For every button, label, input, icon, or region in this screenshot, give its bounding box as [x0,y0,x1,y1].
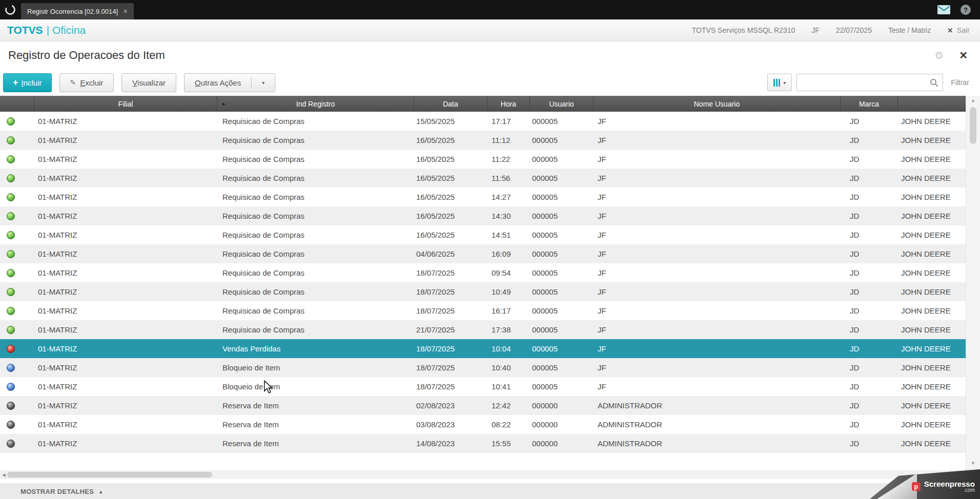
cell-filial: 01-MATRIZ [34,344,217,353]
app-header: TOTVS | Oficina TOTVS Serviços MSSQL R23… [0,19,980,41]
cell-hora: 17:38 [487,325,530,334]
cell-hora: 08:22 [487,420,530,429]
cell-marca: JD [841,174,898,182]
grid-body: 01-MATRIZ Requisicao de Compras 15/05/20… [0,112,966,453]
column-header-data[interactable]: Data [414,96,487,112]
column-header-filial[interactable]: Filial [34,96,217,112]
incluir-button[interactable]: + Incluir [3,73,52,92]
cell-data: 04/06/2025 [414,249,487,258]
cell-status [0,250,34,258]
horizontal-scroll-thumb[interactable] [7,472,212,477]
filtrar-label: Filtrar [951,78,969,87]
cell-marca: JD [841,439,898,448]
outras-acoes-button[interactable]: Outras Ações ▾ [184,73,275,92]
cell-data: 21/07/2025 [414,325,487,334]
status-icon [7,212,15,220]
table-row[interactable]: 01-MATRIZ Requisicao de Compras 16/05/20… [0,188,966,206]
search-input[interactable] [797,78,930,87]
table-row[interactable]: 01-MATRIZ Requisicao de Compras 18/07/20… [0,282,966,301]
cell-marca: JD [841,382,898,391]
cell-ind-registro: Requisicao de Compras [217,249,414,258]
table-row[interactable]: 01-MATRIZ Requisicao de Compras 16/05/20… [0,206,966,225]
branch-label: Teste / Matriz [888,26,931,34]
vertical-scroll-thumb[interactable] [970,107,976,144]
cell-marca-desc: JOHN DEERE [898,193,966,201]
table-row[interactable]: 01-MATRIZ Requisicao de Compras 21/07/20… [0,320,966,339]
table-row[interactable]: 01-MATRIZ Requisicao de Compras 16/05/20… [0,169,966,188]
cell-filial: 01-MATRIZ [34,325,217,334]
cell-status [0,402,34,410]
cell-marca-desc: JOHN DEERE [898,212,966,220]
status-icon [7,231,15,239]
cell-nome-usuario: JF [594,212,841,220]
cell-filial: 01-MATRIZ [34,249,217,258]
cell-filial: 01-MATRIZ [34,363,217,372]
cell-status [0,345,34,353]
column-header-hora[interactable]: Hora [487,96,530,112]
scroll-up-icon[interactable]: ▲ [971,98,975,105]
vertical-scrollbar[interactable]: ▲ ▼ [966,96,980,479]
table-row[interactable]: 01-MATRIZ Requisicao de Compras 16/05/20… [0,225,966,244]
cell-nome-usuario: JF [594,136,841,144]
table-row[interactable]: 01-MATRIZ Requisicao de Compras 16/05/20… [0,131,966,150]
table-row[interactable]: 01-MATRIZ Requisicao de Compras 16/05/20… [0,150,966,169]
scroll-left-icon[interactable]: ◀ [2,472,6,477]
cell-data: 18/07/2025 [414,363,487,372]
cell-marca-desc: JOHN DEERE [898,439,966,448]
column-picker-button[interactable]: ▾ [767,74,792,91]
cell-marca: JD [841,212,898,220]
brand-name: TOTVS [7,24,43,36]
tab-close-icon[interactable]: ✕ [123,8,128,15]
cell-data: 16/05/2025 [414,231,487,239]
status-icon [7,250,15,258]
excluir-button[interactable]: ✎ Excluir [59,73,114,92]
table-row[interactable]: 01-MATRIZ Reserva de Item 03/08/2023 08:… [0,415,966,434]
table-row[interactable]: 01-MATRIZ Bloqueio de Item 18/07/2025 10… [0,358,966,377]
column-header-marca[interactable]: Marca [841,96,898,112]
cell-status [0,383,34,391]
search-icon[interactable] [930,78,938,87]
title-bar: Registro de Operacoes do Item ⚙ ✕ [0,41,980,69]
cell-data: 18/07/2025 [414,306,487,315]
cell-hora: 14:27 [487,193,530,201]
button-divider [251,77,252,88]
mail-icon[interactable] [937,5,950,14]
column-header-ind-registro[interactable]: ▸ Ind Registro [217,96,414,112]
cell-marca-desc: JOHN DEERE [898,249,966,258]
visualizar-button[interactable]: Visualizar [121,73,176,92]
status-icon [7,383,15,391]
cell-marca-desc: JOHN DEERE [898,268,966,277]
table-row[interactable]: 01-MATRIZ Bloqueio de Item 18/07/2025 10… [0,377,966,396]
table-row[interactable]: 01-MATRIZ Vendas Perdidas 18/07/2025 10:… [0,339,966,358]
cell-status [0,212,34,220]
mostrar-detalhes-toggle[interactable]: MOSTRAR DETALHES ▲ [0,484,980,499]
gear-icon[interactable]: ⚙ [934,49,944,61]
cell-hora: 15:55 [487,439,530,448]
cell-usuario: 000005 [530,212,594,220]
column-header-nome-usuario[interactable]: Nome Usuario [594,96,841,112]
table-row[interactable]: 01-MATRIZ Requisicao de Compras 18/07/20… [0,263,966,282]
cell-status [0,364,34,372]
scroll-down-icon[interactable]: ▼ [971,461,975,468]
cell-nome-usuario: ADMINISTRADOR [594,439,841,448]
chevron-down-icon[interactable]: ▾ [262,80,264,86]
close-icon[interactable]: ✕ [959,49,968,61]
cell-status [0,117,34,126]
table-row[interactable]: 01-MATRIZ Requisicao de Compras 18/07/20… [0,301,966,320]
column-header-usuario[interactable]: Usuario [530,96,594,112]
horizontal-scrollbar[interactable]: ◀ ▶ [0,470,966,479]
cell-usuario: 000005 [530,117,594,126]
cell-usuario: 000005 [530,382,594,391]
table-row[interactable]: 01-MATRIZ Requisicao de Compras 15/05/20… [0,112,966,131]
cell-usuario: 000005 [530,174,594,182]
window-tab[interactable]: Registr Ocorrencia [02.9.0014] ✕ [21,3,134,19]
cell-usuario: 000005 [530,155,594,163]
table-row[interactable]: 01-MATRIZ Requisicao de Compras 04/06/20… [0,244,966,263]
table-row[interactable]: 01-MATRIZ Reserva de Item 02/08/2023 12:… [0,396,966,415]
cell-nome-usuario: JF [594,344,841,353]
help-icon[interactable]: ? [961,5,971,15]
logout-button[interactable]: ✕ Sair [947,26,970,34]
table-row[interactable]: 01-MATRIZ Reserva de Item 14/08/2023 15:… [0,434,966,453]
scroll-right-icon[interactable]: ▶ [960,472,964,477]
cell-ind-registro: Requisicao de Compras [217,174,414,182]
